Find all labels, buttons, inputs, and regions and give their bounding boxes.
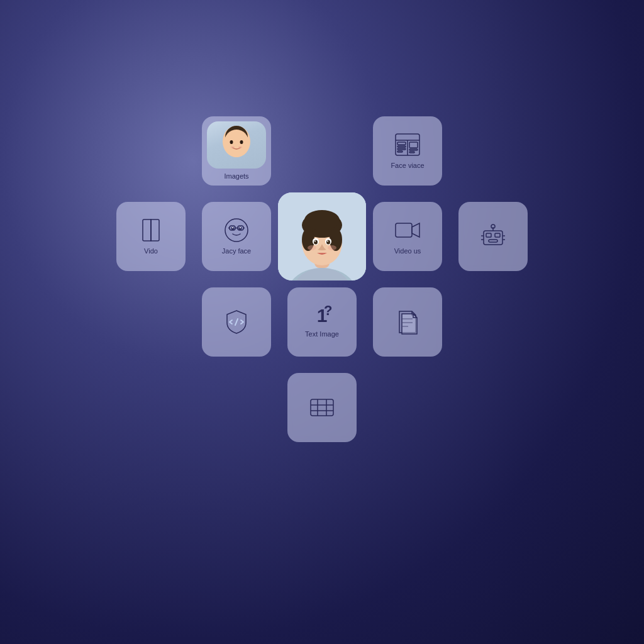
svg-point-41	[326, 240, 330, 245]
svg-rect-15	[409, 142, 418, 148]
text-image-label: Text Image	[305, 330, 339, 338]
table-icon	[309, 394, 335, 421]
svg-point-19	[225, 219, 248, 242]
table-card[interactable]	[287, 373, 357, 442]
code-shield-icon	[223, 309, 250, 335]
svg-rect-11	[397, 142, 406, 145]
svg-rect-46	[396, 223, 412, 237]
cartoon-face-icon	[223, 217, 250, 243]
svg-point-3	[224, 130, 249, 157]
text-image-icon: 1?	[317, 305, 328, 326]
svg-point-6	[231, 147, 235, 148]
book-icon	[138, 217, 164, 243]
empty-cell	[287, 116, 357, 186]
code-shield-card[interactable]	[202, 287, 271, 357]
face-svg	[211, 121, 262, 169]
svg-point-43	[327, 241, 328, 242]
svg-point-22	[232, 227, 233, 228]
video-us-card[interactable]: Video us	[373, 202, 442, 271]
svg-rect-13	[397, 148, 406, 150]
svg-rect-14	[397, 151, 402, 152]
svg-rect-12	[397, 146, 406, 147]
vido-label: Vido	[144, 247, 158, 255]
svg-rect-16	[409, 149, 418, 150]
svg-rect-49	[495, 233, 500, 237]
jacy-face-card[interactable]: Jacy face	[202, 202, 271, 271]
text-image-card[interactable]: 1? Text Image	[287, 287, 357, 357]
svg-point-4	[230, 140, 233, 144]
empty-cell	[202, 373, 271, 442]
doc-file-icon	[394, 309, 421, 335]
main-grid: Imagets Face viace	[113, 113, 531, 531]
svg-point-23	[240, 227, 241, 228]
center-face-svg	[278, 192, 366, 280]
empty-cell	[116, 287, 186, 357]
vido-card[interactable]: Vido	[116, 202, 186, 271]
video-us-label: Video us	[394, 247, 421, 255]
face-viace-label: Face viace	[391, 162, 424, 170]
svg-rect-60	[311, 399, 333, 416]
empty-cell	[373, 373, 442, 442]
svg-rect-17	[409, 152, 414, 153]
imagets-card[interactable]: Imagets	[202, 116, 271, 186]
svg-point-40	[314, 240, 318, 245]
svg-point-44	[308, 245, 316, 250]
svg-point-35	[304, 210, 340, 230]
empty-cell	[458, 287, 528, 357]
video-icon	[394, 217, 421, 243]
center-main-card[interactable]	[278, 192, 366, 280]
empty-cell	[116, 373, 186, 442]
doc-file-card[interactable]	[373, 287, 442, 357]
svg-point-5	[240, 140, 243, 144]
svg-rect-48	[486, 233, 491, 237]
svg-rect-50	[489, 240, 497, 242]
svg-point-42	[314, 241, 316, 242]
svg-point-45	[328, 245, 336, 250]
empty-cell	[458, 373, 528, 442]
jacy-face-label: Jacy face	[222, 247, 251, 255]
svg-point-7	[238, 147, 242, 148]
empty-cell	[458, 116, 528, 186]
face-viace-icon	[394, 131, 421, 158]
center-face-photo	[278, 192, 366, 280]
face-viace-card[interactable]: Face viace	[373, 116, 442, 186]
robot-icon	[480, 223, 506, 250]
empty-cell	[116, 116, 186, 186]
imagets-label: Imagets	[224, 172, 248, 180]
robot-card[interactable]	[458, 202, 528, 271]
imagets-face-photo	[207, 121, 266, 169]
